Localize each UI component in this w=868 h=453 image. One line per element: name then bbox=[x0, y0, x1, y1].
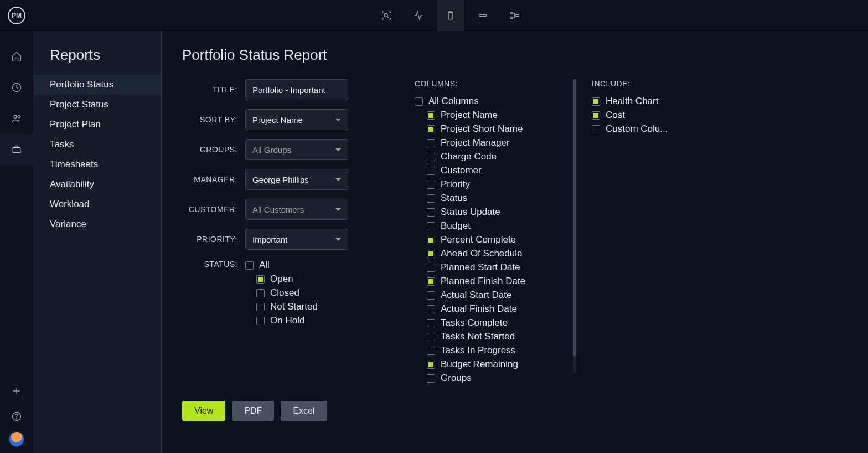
flow-icon[interactable] bbox=[502, 0, 528, 31]
activity-icon[interactable] bbox=[405, 0, 432, 31]
sidebar-item-project-plan[interactable]: Project Plan bbox=[33, 115, 162, 135]
columns-section: COLUMNS: All Columns Project NameProject… bbox=[415, 79, 570, 387]
checkbox-icon bbox=[427, 125, 435, 133]
checkbox-label: Project Name bbox=[441, 110, 498, 121]
priority-select[interactable]: Important bbox=[245, 229, 348, 250]
include-option-health-chart[interactable]: Health Chart bbox=[592, 96, 697, 107]
column-option-project-name[interactable]: Project Name bbox=[415, 110, 553, 121]
all-columns-option[interactable]: All Columns bbox=[415, 96, 553, 107]
column-option-actual-finish-date[interactable]: Actual Finish Date bbox=[415, 303, 553, 315]
groups-select[interactable]: All Groups bbox=[245, 139, 348, 160]
customer-select[interactable]: All Customers bbox=[245, 199, 348, 220]
checkbox-icon bbox=[592, 97, 600, 106]
column-option-customer[interactable]: Customer bbox=[415, 165, 553, 176]
checkbox-icon bbox=[427, 333, 435, 341]
include-option-cost[interactable]: Cost bbox=[592, 110, 697, 121]
help-icon[interactable] bbox=[0, 405, 33, 428]
user-avatar[interactable] bbox=[8, 431, 25, 447]
status-option-on-hold[interactable]: On Hold bbox=[245, 315, 318, 326]
checkbox-label: Status Update bbox=[441, 207, 500, 218]
svg-point-5 bbox=[511, 17, 513, 18]
checkbox-label: Charge Code bbox=[441, 151, 497, 162]
column-option-charge-code[interactable]: Charge Code bbox=[415, 151, 553, 162]
link-icon[interactable] bbox=[469, 0, 496, 31]
svg-rect-6 bbox=[515, 14, 519, 16]
svg-point-12 bbox=[17, 419, 17, 419]
checkbox-icon bbox=[427, 208, 435, 217]
sort-label: SORT BY: bbox=[182, 115, 245, 124]
include-option-custom-colu-[interactable]: Custom Colu... bbox=[592, 123, 697, 135]
status-option-not-started[interactable]: Not Started bbox=[245, 301, 318, 312]
column-option-ahead-of-schedule[interactable]: Ahead Of Schedule bbox=[415, 248, 553, 259]
view-button[interactable]: View bbox=[182, 401, 225, 421]
chevron-down-icon bbox=[335, 208, 341, 211]
column-option-status[interactable]: Status bbox=[415, 193, 553, 204]
status-label: STATUS: bbox=[182, 259, 245, 269]
column-option-project-manager[interactable]: Project Manager bbox=[415, 137, 553, 148]
checkbox-label: Budget Remaining bbox=[441, 359, 518, 370]
checkbox-label: Cost bbox=[606, 110, 625, 121]
checkbox-label: Priority bbox=[441, 179, 470, 190]
column-option-project-short-name[interactable]: Project Short Name bbox=[415, 123, 553, 135]
svg-rect-3 bbox=[479, 14, 486, 16]
column-option-tasks-in-progress[interactable]: Tasks In Progress bbox=[415, 345, 553, 356]
sidebar-item-portfolio-status[interactable]: Portfolio Status bbox=[33, 75, 162, 95]
status-option-open[interactable]: Open bbox=[245, 274, 318, 285]
checkbox-icon bbox=[427, 153, 435, 161]
status-options: AllOpenClosedNot StartedOn Hold bbox=[245, 259, 318, 329]
checkbox-icon bbox=[256, 275, 265, 284]
column-option-status-update[interactable]: Status Update bbox=[415, 207, 553, 218]
checkbox-icon bbox=[427, 291, 435, 300]
checkbox-icon bbox=[592, 111, 600, 120]
column-option-budget[interactable]: Budget bbox=[415, 220, 553, 231]
checkbox-label: Actual Finish Date bbox=[441, 303, 517, 315]
sidebar-item-variance[interactable]: Variance bbox=[33, 214, 162, 234]
column-option-tasks-not-started[interactable]: Tasks Not Started bbox=[415, 331, 553, 342]
briefcase-icon[interactable] bbox=[0, 134, 33, 165]
scrollbar-thumb[interactable] bbox=[573, 79, 576, 356]
checkbox-label: On Hold bbox=[270, 315, 304, 326]
excel-button[interactable]: Excel bbox=[281, 401, 327, 421]
status-option-closed[interactable]: Closed bbox=[245, 287, 318, 298]
sidebar-item-availability[interactable]: Availability bbox=[33, 174, 162, 194]
column-option-budget-remaining[interactable]: Budget Remaining bbox=[415, 359, 553, 370]
sort-select[interactable]: Project Name bbox=[245, 109, 348, 130]
chevron-down-icon bbox=[335, 178, 341, 181]
column-option-groups[interactable]: Groups bbox=[415, 373, 553, 384]
column-option-percent-complete[interactable]: Percent Complete bbox=[415, 234, 553, 245]
include-section: INCLUDE: Health ChartCostCustom Colu... bbox=[592, 79, 697, 137]
status-option-all[interactable]: All bbox=[245, 260, 318, 271]
sidebar-item-tasks[interactable]: Tasks bbox=[33, 135, 162, 155]
column-option-actual-start-date[interactable]: Actual Start Date bbox=[415, 290, 553, 301]
logo-circle: PM bbox=[8, 7, 25, 24]
app-logo[interactable]: PM bbox=[0, 7, 33, 24]
scrollbar-track[interactable] bbox=[573, 79, 576, 373]
search-scan-icon[interactable] bbox=[373, 0, 400, 31]
home-icon[interactable] bbox=[0, 41, 33, 72]
checkbox-label: Budget bbox=[441, 220, 471, 231]
sidebar-item-timesheets[interactable]: Timesheets bbox=[33, 155, 162, 174]
people-icon[interactable] bbox=[0, 103, 33, 134]
clock-icon[interactable] bbox=[0, 72, 33, 103]
clipboard-icon[interactable] bbox=[437, 0, 464, 31]
chevron-down-icon bbox=[335, 238, 341, 241]
sidebar-item-workload[interactable]: Workload bbox=[33, 194, 162, 214]
include-heading: INCLUDE: bbox=[592, 79, 697, 88]
checkbox-icon bbox=[427, 305, 435, 313]
column-option-tasks-complete[interactable]: Tasks Complete bbox=[415, 317, 553, 328]
checkbox-label: Ahead Of Schedule bbox=[441, 248, 522, 259]
pdf-button[interactable]: PDF bbox=[232, 401, 274, 421]
column-option-priority[interactable]: Priority bbox=[415, 179, 553, 190]
title-field[interactable] bbox=[252, 85, 341, 95]
column-option-planned-finish-date[interactable]: Planned Finish Date bbox=[415, 276, 553, 287]
checkbox-icon bbox=[427, 167, 435, 175]
column-option-planned-start-date[interactable]: Planned Start Date bbox=[415, 262, 553, 273]
svg-rect-1 bbox=[448, 12, 453, 19]
title-input[interactable] bbox=[245, 79, 348, 100]
manager-select[interactable]: George Phillips bbox=[245, 169, 348, 190]
sidebar-item-project-status[interactable]: Project Status bbox=[33, 95, 162, 115]
checkbox-icon bbox=[427, 374, 435, 383]
plus-icon[interactable] bbox=[0, 380, 33, 402]
title-label: TITLE: bbox=[182, 85, 245, 94]
priority-label: PRIORITY: bbox=[182, 235, 245, 244]
